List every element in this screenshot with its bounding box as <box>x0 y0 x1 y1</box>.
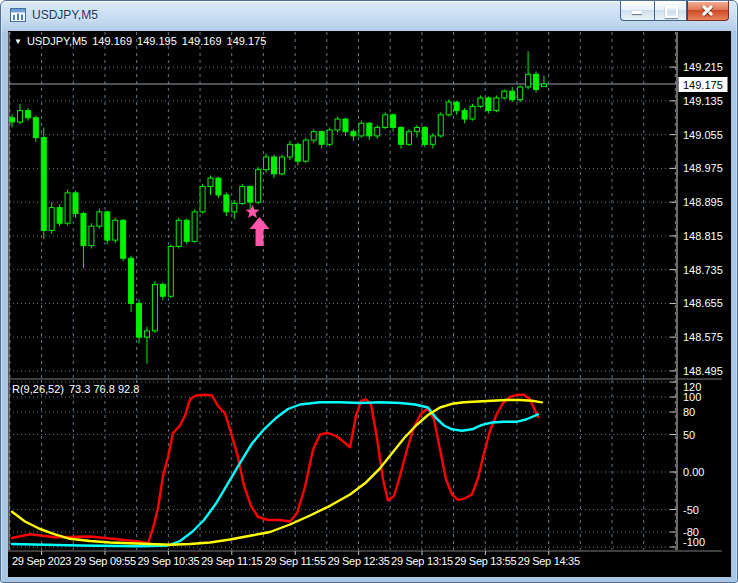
time-axis-label: 29 Sep 12:35 <box>328 555 390 567</box>
candle-body <box>430 136 435 144</box>
symbol-dropdown-icon[interactable]: ▼ <box>14 37 22 46</box>
price-axis-label: 149.055 <box>683 129 723 141</box>
maximize-icon <box>665 6 678 18</box>
time-axis[interactable]: 29 Sep 202329 Sep 09:5529 Sep 10:3529 Se… <box>8 552 731 574</box>
close-icon <box>701 9 714 12</box>
candle-body <box>407 132 412 145</box>
time-axis-label: 29 Sep 11:15 <box>201 555 262 567</box>
candle-body <box>25 111 30 118</box>
indicator-line-fast <box>12 395 538 544</box>
candle-body <box>33 118 38 138</box>
price-axis-label: 148.735 <box>683 264 723 276</box>
candle-body <box>375 127 380 135</box>
indicator-axis-label: 80 <box>683 406 695 418</box>
title-bar[interactable]: USDJPY,M5 <box>1 1 737 31</box>
time-axis-label: 29 Sep 2023 <box>12 555 71 567</box>
candle-body <box>184 220 189 241</box>
candle-body <box>121 220 126 258</box>
candle-body <box>137 303 142 337</box>
price-axis-label: 148.495 <box>683 365 723 377</box>
candle-body <box>272 157 277 174</box>
candle-body <box>10 118 15 122</box>
ohlc-header: ▼USDJPY,M5149.169149.195149.169149.175 <box>14 35 271 47</box>
ohlc-low: 149.169 <box>182 35 222 47</box>
symbol-label: USDJPY,M5 <box>27 35 87 47</box>
candle-body <box>367 123 372 136</box>
price-axis-label: 148.895 <box>683 196 723 208</box>
candle-body <box>256 170 261 202</box>
candle-body <box>41 138 46 231</box>
candle-body <box>208 178 213 186</box>
candle-body <box>232 203 237 211</box>
close-button[interactable] <box>687 1 729 21</box>
price-axis-label: 148.575 <box>683 331 723 343</box>
maximize-button[interactable] <box>654 1 687 21</box>
candle-body <box>224 195 229 212</box>
candle-body <box>240 187 245 204</box>
candle-body <box>343 119 348 132</box>
candle-body <box>351 132 356 136</box>
candle-body <box>295 144 300 161</box>
time-axis-label: 29 Sep 10:35 <box>137 555 199 567</box>
candle-body <box>494 98 499 111</box>
time-axis-label: 29 Sep 13:55 <box>454 555 516 567</box>
chart-window: USDJPY,M5 149.215149.135149.055148.97514… <box>0 0 738 583</box>
candle-body <box>168 246 173 296</box>
time-axis-label: 29 Sep 11:55 <box>265 555 326 567</box>
candle-body <box>287 144 292 157</box>
candle-body <box>526 74 531 87</box>
indicator-name: R(9,26,52) <box>12 383 64 395</box>
candle-body <box>478 98 483 106</box>
candle-body <box>279 157 284 174</box>
candle-body <box>200 187 205 212</box>
candle-body <box>327 130 332 144</box>
candle-body <box>335 119 340 130</box>
chart-canvas[interactable]: 149.215149.135149.055148.975148.895148.8… <box>8 31 731 577</box>
indicator-line-medium <box>12 402 538 546</box>
candle-body <box>462 111 467 119</box>
minimize-icon <box>632 11 642 14</box>
candle-body <box>414 127 419 131</box>
candle-body <box>359 123 364 136</box>
candle-body <box>49 208 54 231</box>
candle-body <box>73 193 78 214</box>
candle-body <box>446 102 451 115</box>
candle-body <box>399 127 404 144</box>
candle-body <box>422 127 427 144</box>
price-axis-label: 149.215 <box>683 61 723 73</box>
candle-body <box>541 84 546 87</box>
window-title: USDJPY,M5 <box>32 8 98 22</box>
price-axis-label: 148.655 <box>683 297 723 309</box>
candle-body <box>105 212 110 240</box>
candle-body <box>129 258 134 303</box>
candle-body <box>192 212 197 242</box>
price-axis-label: 148.815 <box>683 230 723 242</box>
current-price-label: 149.175 <box>683 79 723 91</box>
minimize-button[interactable] <box>620 1 654 21</box>
candle-body <box>65 193 70 223</box>
ohlc-open: 149.169 <box>92 35 132 47</box>
indicator-axis-label: 0.00 <box>683 466 704 478</box>
candle-body <box>176 220 181 246</box>
candle-body <box>144 331 149 337</box>
candle-body <box>152 284 157 330</box>
indicator-axis-label: 50 <box>683 429 695 441</box>
candle-body <box>17 111 22 122</box>
buy-star-icon <box>245 205 259 219</box>
candle-body <box>97 212 102 226</box>
buy-arrow-icon <box>250 217 270 246</box>
candle-body <box>319 132 324 145</box>
candle-body <box>303 140 308 161</box>
ohlc-high: 149.195 <box>137 35 177 47</box>
price-axis-label: 148.975 <box>683 162 723 174</box>
candle-body <box>160 284 165 296</box>
candle-body <box>264 157 269 170</box>
candle-body <box>510 91 515 99</box>
candle-body <box>502 91 507 98</box>
time-axis-label: 29 Sep 14:35 <box>518 555 580 567</box>
chart-client-area[interactable]: 149.215149.135149.055148.975148.895148.8… <box>8 31 731 577</box>
indicator-axis-label: -100 <box>683 536 705 548</box>
ohlc-close: 149.175 <box>227 35 267 47</box>
candle-body <box>391 115 396 128</box>
candle-body <box>248 187 253 203</box>
